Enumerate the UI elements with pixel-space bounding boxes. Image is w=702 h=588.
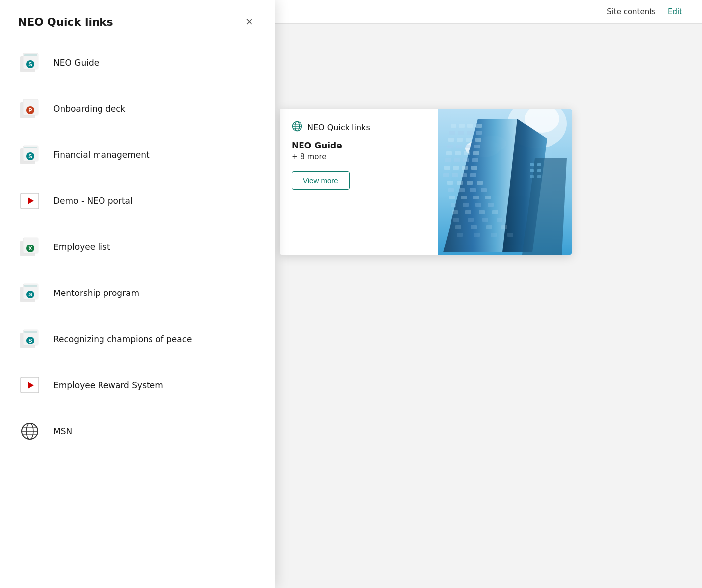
- panel-header: NEO Quick links ✕: [0, 0, 275, 40]
- svg-rect-92: [459, 188, 465, 192]
- svg-rect-84: [452, 173, 458, 177]
- svg-rect-83: [443, 173, 449, 177]
- quick-links-list: S NEO Guide P Onboarding deck S Financia…: [0, 40, 275, 588]
- mentorship-program-icon: S: [18, 281, 42, 305]
- svg-rect-14: [24, 147, 37, 148]
- svg-rect-57: [467, 124, 473, 128]
- svg-rect-112: [471, 225, 477, 229]
- svg-rect-71: [446, 151, 452, 155]
- svg-rect-94: [481, 188, 487, 192]
- svg-rect-82: [471, 166, 477, 170]
- svg-rect-64: [457, 138, 463, 142]
- svg-rect-108: [468, 218, 474, 222]
- svg-rect-105: [479, 210, 485, 214]
- svg-rect-117: [491, 233, 497, 237]
- list-item-msn[interactable]: MSN: [0, 408, 275, 454]
- list-item-demo-neo-portal[interactable]: Demo - NEO portal: [0, 178, 275, 224]
- svg-rect-107: [453, 218, 459, 222]
- svg-rect-120: [530, 163, 534, 166]
- svg-rect-91: [448, 188, 454, 192]
- svg-rect-111: [455, 225, 461, 229]
- svg-rect-73: [464, 151, 470, 155]
- employee-list-label: Employee list: [53, 242, 110, 252]
- svg-rect-100: [463, 203, 469, 207]
- close-button[interactable]: ✕: [241, 14, 257, 30]
- panel-title: NEO Quick links: [18, 16, 113, 28]
- svg-rect-69: [465, 145, 471, 148]
- svg-rect-113: [486, 225, 492, 229]
- msn-label: MSN: [53, 426, 72, 436]
- employee-reward-icon: [18, 373, 42, 397]
- svg-rect-59: [449, 131, 455, 135]
- svg-rect-86: [470, 173, 476, 177]
- svg-rect-33: [24, 331, 37, 333]
- view-more-label: View more: [303, 176, 338, 185]
- mentorship-program-label: Mentorship program: [53, 288, 139, 298]
- neo-guide-label: NEO Guide: [53, 58, 99, 68]
- svg-rect-62: [476, 131, 482, 135]
- svg-rect-55: [451, 124, 456, 128]
- preview-card-main-title: NEO Guide: [292, 141, 426, 150]
- list-item-onboarding-deck[interactable]: P Onboarding deck: [0, 86, 275, 132]
- neo-quick-links-panel: NEO Quick links ✕ S NEO Guide P Onboardi…: [0, 0, 275, 588]
- svg-rect-123: [537, 169, 541, 172]
- list-item-financial-management[interactable]: S Financial management: [0, 132, 275, 178]
- svg-rect-76: [454, 158, 460, 162]
- recognizing-champions-label: Recognizing champions of peace: [53, 334, 192, 344]
- employee-list-icon: X: [18, 235, 42, 259]
- svg-rect-115: [457, 233, 463, 237]
- globe-icon: [292, 121, 302, 134]
- close-icon: ✕: [245, 16, 253, 28]
- svg-text:S: S: [28, 153, 32, 159]
- svg-rect-77: [463, 158, 469, 162]
- svg-rect-125: [537, 175, 541, 178]
- svg-rect-90: [477, 181, 483, 185]
- edit-link[interactable]: Edit: [668, 7, 682, 16]
- svg-rect-95: [449, 196, 455, 199]
- svg-rect-87: [447, 181, 453, 185]
- list-item-neo-guide[interactable]: S NEO Guide: [0, 40, 275, 86]
- svg-rect-106: [492, 210, 498, 214]
- svg-rect-104: [465, 210, 471, 214]
- preview-card: NEO Quick links NEO Guide + 8 more View …: [280, 109, 572, 255]
- recognizing-champions-icon: S: [18, 327, 42, 351]
- svg-rect-75: [445, 158, 451, 162]
- list-item-recognizing-champions[interactable]: S Recognizing champions of peace: [0, 316, 275, 362]
- svg-rect-68: [456, 145, 462, 148]
- svg-rect-3: [24, 54, 37, 56]
- view-more-button[interactable]: View more: [292, 171, 350, 190]
- svg-rect-66: [475, 138, 481, 142]
- svg-text:P: P: [28, 107, 32, 113]
- neo-guide-icon: S: [18, 51, 42, 75]
- employee-reward-label: Employee Reward System: [53, 380, 163, 390]
- list-item-employee-reward[interactable]: Employee Reward System: [0, 362, 275, 408]
- svg-rect-118: [507, 233, 513, 237]
- svg-rect-96: [461, 196, 467, 199]
- svg-rect-121: [537, 163, 541, 166]
- svg-rect-79: [444, 166, 450, 170]
- svg-text:X: X: [28, 245, 32, 251]
- preview-card-content: NEO Quick links NEO Guide + 8 more View …: [280, 109, 438, 199]
- svg-rect-122: [530, 169, 534, 172]
- svg-rect-78: [472, 158, 478, 162]
- svg-rect-72: [455, 151, 461, 155]
- msn-icon: [18, 419, 42, 443]
- list-item-employee-list[interactable]: X Employee list: [0, 224, 275, 270]
- svg-rect-114: [501, 225, 507, 229]
- svg-rect-110: [497, 218, 502, 222]
- svg-rect-124: [530, 175, 534, 178]
- svg-rect-70: [474, 145, 480, 148]
- list-item-mentorship-program[interactable]: S Mentorship program: [0, 270, 275, 316]
- svg-rect-65: [466, 138, 472, 142]
- svg-rect-80: [453, 166, 459, 170]
- demo-neo-portal-label: Demo - NEO portal: [53, 196, 133, 206]
- demo-neo-portal-icon: [18, 189, 42, 213]
- svg-rect-101: [475, 203, 481, 207]
- preview-card-body: NEO Quick links NEO Guide + 8 more View …: [280, 109, 572, 255]
- svg-rect-99: [451, 203, 456, 207]
- svg-rect-88: [457, 181, 463, 185]
- svg-rect-61: [467, 131, 473, 135]
- svg-text:S: S: [28, 292, 32, 297]
- onboarding-deck-icon: P: [18, 97, 42, 121]
- svg-rect-58: [476, 124, 482, 128]
